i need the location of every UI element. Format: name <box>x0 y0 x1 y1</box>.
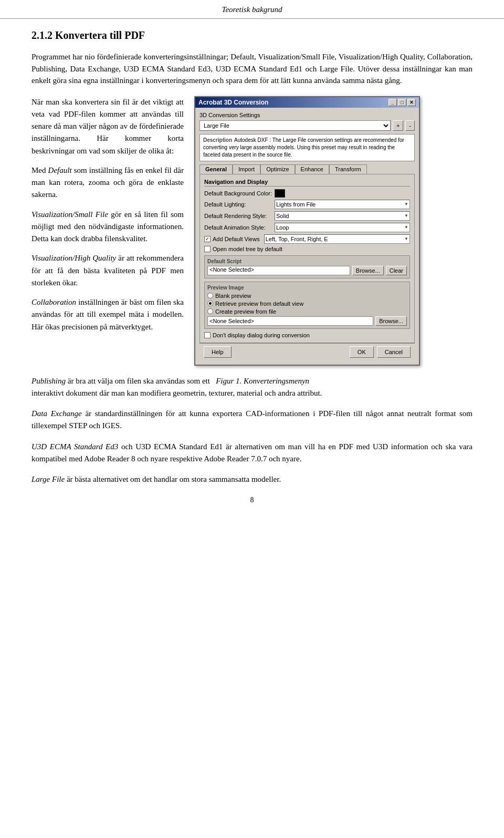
footer-right: OK Cancel <box>350 346 411 358</box>
radio-blank-label: Blank preview <box>215 293 251 299</box>
section-heading: 2.1.2 Konvertera till PDF <box>32 29 472 42</box>
radio-blank[interactable] <box>207 293 213 298</box>
add-views-dropdown[interactable]: Left, Top, Front, Right, E ▼ <box>264 234 410 244</box>
animation-label: Default Animation Style: <box>204 224 272 231</box>
dialog-footer: Help OK Cancel <box>200 343 415 360</box>
add-views-label: Add Default Views <box>213 236 260 242</box>
right-column: Acrobat 3D Conversion _ □ ✕ 3D Conversio… <box>194 96 472 366</box>
nav-display-header: Navigation and Display <box>204 179 410 187</box>
dialog-titlebar: Acrobat 3D Conversion _ □ ✕ <box>195 97 419 108</box>
open-tree-label: Open model tree by default <box>213 246 282 252</box>
rendering-label: Default Rendering Style: <box>204 213 272 219</box>
tabs-row: General Import Optimize Enhance Transfor… <box>200 164 415 174</box>
left-column: När man ska konvertera sin fil är det vi… <box>32 96 184 366</box>
dialog-title: Acrobat 3D Conversion <box>198 99 268 106</box>
script-section-label: Default Script <box>207 258 407 264</box>
bg-color-label: Default Background Color: <box>204 190 272 196</box>
color-swatch[interactable] <box>275 189 285 198</box>
page-content: 2.1.2 Konvertera till PDF Programmet har… <box>0 29 504 510</box>
preview-section: Preview Image Blank preview Retrieve pre… <box>204 282 410 329</box>
page-number: 8 <box>250 496 254 504</box>
views-arrow: ▼ <box>404 236 408 241</box>
left-para-4: Visualization/High Quality är att rekomm… <box>32 252 184 289</box>
radio-create-label: Create preview from file <box>215 308 276 315</box>
description-box: DescriptionAutodesk DXF : The Large File… <box>200 134 415 161</box>
preset-minus-button[interactable]: - <box>405 120 415 131</box>
radio-blank-row: Blank preview <box>207 293 407 299</box>
radio-retrieve-row: Retrieve preview from default view <box>207 301 407 307</box>
header-title: Teoretisk bakgrund <box>222 5 282 14</box>
rendering-arrow: ▼ <box>404 213 408 218</box>
animation-dropdown[interactable]: Loop ▼ <box>275 223 410 232</box>
preview-file-row: <None Selected> Browse... <box>207 316 407 326</box>
script-browse-button[interactable]: Browse... <box>352 266 384 275</box>
tab-enhance[interactable]: Enhance <box>295 164 329 174</box>
two-column-layout: När man ska konvertera sin fil är det vi… <box>32 96 472 366</box>
script-section: Default Script <None Selected> Browse...… <box>204 255 410 278</box>
lighting-row: Default Lighting: Lights from File ▼ <box>204 200 410 209</box>
script-row: <None Selected> Browse... Clear <box>207 266 407 275</box>
open-tree-row: Open model tree by default <box>204 246 410 252</box>
radio-create[interactable] <box>207 308 213 314</box>
radio-retrieve-label: Retrieve preview from default view <box>215 301 303 307</box>
left-para-2: Med Default som inställning fås en enkel… <box>32 164 184 201</box>
tab-general[interactable]: General <box>200 164 233 174</box>
radio-create-row: Create preview from file <box>207 308 407 315</box>
body-para-largefile: Large File är bästa alternativet om det … <box>32 473 472 485</box>
dialog-body: 3D Conversion Settings Large File + - De… <box>195 108 419 365</box>
script-clear-button[interactable]: Clear <box>386 266 407 275</box>
help-button[interactable]: Help <box>204 346 232 358</box>
lighting-value: Lights from File ▼ <box>275 200 410 209</box>
preview-file-field: <None Selected> <box>207 316 373 326</box>
page-footer: 8 <box>32 496 472 510</box>
bg-color-value <box>275 189 410 198</box>
close-button[interactable]: ✕ <box>407 99 416 106</box>
preset-dropdown[interactable]: Large File <box>200 120 391 131</box>
script-field: <None Selected> <box>207 266 350 275</box>
desc-label: Description <box>203 137 232 143</box>
dontshow-checkbox[interactable] <box>204 332 211 338</box>
dontshow-row: Don't display dialog during conversion <box>204 332 410 338</box>
tab-panel-general: Navigation and Display Default Backgroun… <box>200 174 415 343</box>
left-para-5: Collaboration inställningen är bäst om f… <box>32 296 184 333</box>
preview-browse-button[interactable]: Browse... <box>375 316 407 326</box>
cancel-button[interactable]: Cancel <box>377 346 411 358</box>
minimize-button[interactable]: _ <box>388 99 397 106</box>
footer-left: Help <box>204 346 232 358</box>
add-views-row: ✓ Add Default Views Left, Top, Front, Ri… <box>204 234 410 244</box>
body-para-u3d: U3D ECMA Standard Ed3 och U3D ECMA Stand… <box>32 441 472 465</box>
intro-paragraph: Programmet har nio fördefinierade konver… <box>32 51 472 87</box>
body-para-publishing: Publishing är bra att välja om filen ska… <box>32 375 472 400</box>
bg-color-row: Default Background Color: <box>204 189 410 198</box>
left-para-3: Visualization/Small File gör en så liten… <box>32 209 184 245</box>
preset-row: Large File + - <box>200 120 415 131</box>
acrobat-dialog: Acrobat 3D Conversion _ □ ✕ 3D Conversio… <box>194 96 420 366</box>
maximize-button[interactable]: □ <box>398 99 406 106</box>
rendering-row: Default Rendering Style: Solid ▼ <box>204 211 410 221</box>
add-views-checkbox[interactable]: ✓ <box>204 236 211 242</box>
tab-transform[interactable]: Transform <box>329 164 367 174</box>
tab-optimize[interactable]: Optimize <box>260 164 295 174</box>
radio-retrieve[interactable] <box>207 301 213 306</box>
tab-import[interactable]: Import <box>233 164 260 174</box>
preset-plus-button[interactable]: + <box>393 120 403 131</box>
lighting-label: Default Lighting: <box>204 201 272 208</box>
lighting-arrow: ▼ <box>404 202 408 206</box>
page-header: Teoretisk bakgrund <box>0 0 504 19</box>
settings-label: 3D Conversion Settings <box>200 112 415 118</box>
rendering-dropdown[interactable]: Solid ▼ <box>275 211 410 221</box>
titlebar-buttons: _ □ ✕ <box>388 99 416 106</box>
open-tree-checkbox[interactable] <box>204 246 211 252</box>
body-para-dataexchange: Data Exchange är standardinställningen f… <box>32 408 472 432</box>
left-para-1: När man ska konvertera sin fil är det vi… <box>32 96 184 157</box>
animation-row: Default Animation Style: Loop ▼ <box>204 223 410 232</box>
preview-section-label: Preview Image <box>207 285 407 291</box>
animation-value: Loop ▼ <box>275 223 410 232</box>
desc-text: Autodesk DXF : The Large File conversion… <box>203 137 404 158</box>
dontshow-label: Don't display dialog during conversion <box>213 332 310 338</box>
lighting-dropdown[interactable]: Lights from File ▼ <box>275 200 410 209</box>
animation-arrow: ▼ <box>404 225 408 230</box>
rendering-value: Solid ▼ <box>275 211 410 221</box>
ok-button[interactable]: OK <box>350 346 374 358</box>
